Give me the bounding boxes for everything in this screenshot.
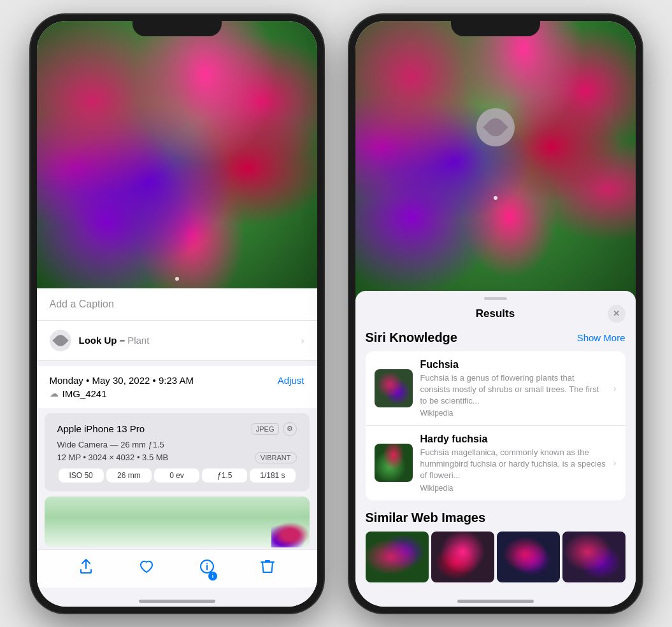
right-phone-screen: Results ✕ Siri Knowledge Show More xyxy=(355,21,636,607)
lookup-label: Look Up – Plant xyxy=(79,335,150,346)
similar-image-2[interactable] xyxy=(431,532,494,582)
hardy-fuchsia-thumb-image xyxy=(375,444,413,482)
exif-shutter: 1/181 s xyxy=(250,468,295,483)
fuchsia-thumbnail xyxy=(375,369,413,407)
exif-focal: 26 mm xyxy=(106,468,152,483)
left-phone: Add a Caption Look Up – Plant › xyxy=(31,15,324,613)
vibrant-badge: VIBRANT xyxy=(255,452,297,463)
photo-display[interactable] xyxy=(37,21,317,288)
panel-title: Results xyxy=(383,307,608,320)
siri-knowledge-title: Siri Knowledge xyxy=(366,330,457,345)
close-button[interactable]: ✕ xyxy=(608,305,626,323)
panel-header: Results ✕ xyxy=(355,300,636,330)
info-icon xyxy=(199,559,215,578)
photo-dot-indicator-right xyxy=(494,196,497,200)
knowledge-card: Fuchsia Fuchsia is a genus of flowering … xyxy=(366,351,626,500)
heart-icon xyxy=(139,560,154,577)
hardy-fuchsia-thumbnail xyxy=(375,444,413,482)
lookup-chevron: › xyxy=(301,335,304,346)
cloud-icon: ☁ xyxy=(50,388,59,398)
svg-point-2 xyxy=(206,563,208,564)
lookup-row[interactable]: Look Up – Plant › xyxy=(37,321,317,361)
map-preview[interactable] xyxy=(45,497,310,547)
info-button[interactable] xyxy=(194,556,220,581)
photo-dot-indicator xyxy=(175,277,179,281)
fuchsia-source: Wikipedia xyxy=(420,409,606,418)
meta-section: Monday • May 30, 2022 • 9:23 AM Adjust ☁… xyxy=(37,366,317,408)
right-phone: Results ✕ Siri Knowledge Show More xyxy=(349,15,642,613)
left-phone-screen: Add a Caption Look Up – Plant › xyxy=(37,21,317,607)
delete-button[interactable] xyxy=(255,556,280,581)
exif-aperture: ƒ1.5 xyxy=(202,468,247,483)
hardy-fuchsia-source: Wikipedia xyxy=(420,484,606,493)
home-indicator[interactable] xyxy=(139,600,215,603)
device-section: Apple iPhone 13 Pro JPEG ⚙ Wide Camera —… xyxy=(45,413,310,491)
similar-images-title: Similar Web Images xyxy=(366,511,626,525)
trash-icon xyxy=(261,559,275,578)
flower-photo xyxy=(37,21,317,288)
knowledge-item-fuchsia[interactable]: Fuchsia Fuchsia is a genus of flowering … xyxy=(366,351,626,426)
mp-info: 12 MP • 3024 × 4032 • 3.5 MB xyxy=(57,453,169,462)
siri-knowledge-header: Siri Knowledge Show More xyxy=(366,330,626,345)
exif-iso: ISO 50 xyxy=(59,468,104,483)
show-more-button[interactable]: Show More xyxy=(577,332,626,343)
hardy-fuchsia-description: Fuchsia magellanica, commonly known as t… xyxy=(420,447,606,482)
format-badge: JPEG xyxy=(252,423,279,435)
fuchsia-chevron: › xyxy=(613,383,617,393)
caption-placeholder[interactable]: Add a Caption xyxy=(50,299,114,309)
panel-content: Siri Knowledge Show More Fuchsia xyxy=(355,330,636,595)
favorite-button[interactable] xyxy=(134,556,159,581)
right-photo-display xyxy=(355,21,636,301)
right-flower-photo xyxy=(355,21,636,301)
exif-ev: 0 ev xyxy=(154,468,199,483)
hardy-fuchsia-text: Hardy fuchsia Fuchsia magellanica, commo… xyxy=(420,433,606,493)
fuchsia-thumb-image xyxy=(375,369,413,407)
settings-icon: ⚙ xyxy=(283,422,297,436)
caption-area[interactable]: Add a Caption xyxy=(37,288,317,321)
photo-toolbar xyxy=(37,549,317,588)
hardy-fuchsia-chevron: › xyxy=(613,458,617,468)
photo-date: Monday • May 30, 2022 • 9:23 AM xyxy=(50,375,273,386)
similar-image-4[interactable] xyxy=(562,532,626,582)
leaf-icon xyxy=(52,332,68,348)
adjust-button[interactable]: Adjust xyxy=(278,375,304,386)
camera-spec: Wide Camera — 26 mm ƒ1.5 xyxy=(57,440,297,449)
results-panel: Results ✕ Siri Knowledge Show More xyxy=(355,291,636,607)
similar-image-3[interactable] xyxy=(497,532,560,582)
fuchsia-name: Fuchsia xyxy=(420,359,606,370)
right-home-indicator[interactable] xyxy=(457,600,534,603)
share-icon xyxy=(79,559,93,578)
device-name: Apple iPhone 13 Pro xyxy=(57,423,145,434)
siri-visual-lookup-button[interactable] xyxy=(476,108,515,146)
knowledge-item-hardy-fuchsia[interactable]: Hardy fuchsia Fuchsia magellanica, commo… xyxy=(366,426,626,500)
fuchsia-description: Fuchsia is a genus of flowering plants t… xyxy=(420,372,606,407)
exif-row: ISO 50 26 mm 0 ev ƒ1.5 1/181 s xyxy=(57,468,297,483)
similar-image-1[interactable] xyxy=(366,532,429,582)
fuchsia-text: Fuchsia Fuchsia is a genus of flowering … xyxy=(420,359,606,418)
map-photo-overlay xyxy=(271,522,310,547)
hardy-fuchsia-name: Hardy fuchsia xyxy=(420,433,606,445)
share-button[interactable] xyxy=(73,556,99,581)
visual-lookup-leaf-icon xyxy=(483,115,508,140)
similar-images-grid xyxy=(366,532,626,582)
photo-filename: IMG_4241 xyxy=(62,388,107,399)
lookup-icon xyxy=(50,330,71,351)
